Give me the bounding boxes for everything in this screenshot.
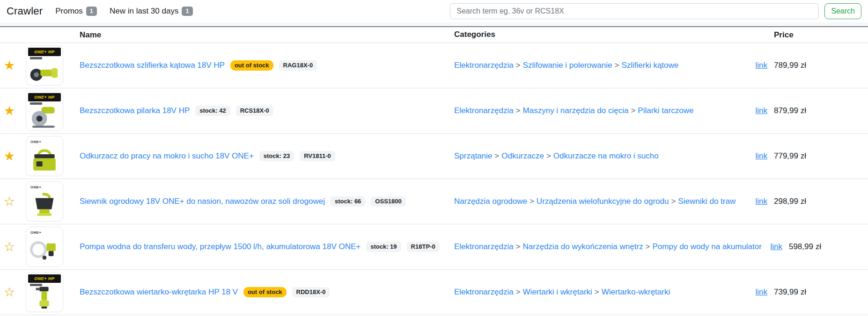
category-link[interactable]: Elektronarzędzia bbox=[454, 61, 514, 70]
category-link[interactable]: Wiertarko-wkrętarki bbox=[602, 287, 670, 296]
angle-grinder-illustration bbox=[26, 59, 63, 85]
product-image: ONE+ bbox=[26, 227, 63, 267]
external-product-link[interactable]: link bbox=[755, 197, 767, 206]
product-name-link[interactable]: Bezszczotkowa szlifierka kątowa 18V HP bbox=[80, 61, 225, 70]
product-image: ONE+ bbox=[26, 181, 63, 222]
table-top-strip bbox=[0, 22, 868, 26]
favorite-star-icon[interactable]: ☆ bbox=[4, 194, 15, 208]
breadcrumb-separator: > bbox=[612, 61, 621, 70]
product-image: ONE+ HP bbox=[26, 91, 63, 131]
sku-badge: R18TP-0 bbox=[407, 242, 440, 252]
breadcrumb-separator: > bbox=[544, 151, 553, 160]
product-name-link[interactable]: Bezszczotkowa wiertarko-wkrętarka HP 18 … bbox=[80, 287, 238, 297]
water-pump-illustration bbox=[26, 235, 63, 266]
column-header-categories: Categories bbox=[449, 28, 747, 41]
favorite-star-icon[interactable]: ☆ bbox=[4, 285, 15, 299]
sku-badge: RCS18X-0 bbox=[236, 106, 273, 116]
table-row: ☆ ONE+ HP Bezszczotkowa wiertarko-wkręta… bbox=[0, 270, 868, 315]
breadcrumb-separator: > bbox=[643, 242, 653, 251]
stock-badge: out of stock bbox=[243, 287, 287, 297]
table-row: ★ ONE+ HP Bezszczotkowa szlifierka kątow… bbox=[0, 43, 868, 88]
spreader-illustration bbox=[26, 189, 63, 221]
external-product-link[interactable]: link bbox=[755, 106, 767, 115]
table-row: ★ ONE+ Odkurzacz do pracy na mokro i suc… bbox=[0, 134, 868, 179]
product-image: ONE+ HP bbox=[26, 45, 63, 86]
breadcrumb-separator: > bbox=[492, 151, 501, 160]
nav-promos[interactable]: Promos 1 bbox=[55, 7, 97, 16]
app-title: Crawler bbox=[7, 5, 43, 17]
category-link[interactable]: Szlifowanie i polerowanie bbox=[523, 61, 612, 70]
favorite-star-icon[interactable]: ★ bbox=[4, 58, 15, 72]
favorite-star-icon[interactable]: ☆ bbox=[4, 240, 15, 254]
category-link[interactable]: Elektronarzędzia bbox=[454, 287, 514, 296]
category-link[interactable]: Maszyny i narzędzia do cięcia bbox=[523, 106, 629, 115]
category-link[interactable]: Pilarki tarczowe bbox=[638, 106, 693, 115]
category-link[interactable]: Pompy do wody na akumulator bbox=[653, 242, 762, 251]
nav-promos-label: Promos bbox=[55, 7, 83, 16]
product-price: 598,99 zł bbox=[785, 242, 868, 251]
stock-badge: out of stock bbox=[230, 60, 273, 71]
product-price: 779,99 zł bbox=[770, 151, 868, 161]
table-row: ☆ ONE+ Siewnik ogrodowy 18V ONE+ do nasi… bbox=[0, 179, 868, 224]
stock-badge: stock: 66 bbox=[331, 196, 365, 207]
category-breadcrumb: Elektronarzędzia>Szlifowanie i polerowan… bbox=[449, 59, 747, 72]
category-link[interactable]: Siewniki do traw bbox=[678, 197, 736, 206]
column-header-name: Name bbox=[70, 30, 449, 40]
nav-new-label: New in last 30 days bbox=[110, 7, 178, 16]
product-price: 298,99 zł bbox=[770, 197, 868, 206]
breadcrumb-separator: > bbox=[514, 61, 523, 70]
external-product-link[interactable]: link bbox=[755, 61, 767, 70]
category-link[interactable]: Szlifierki kątowe bbox=[621, 61, 678, 70]
drill-illustration bbox=[26, 286, 63, 312]
sku-badge: RDD18X-0 bbox=[292, 287, 330, 297]
external-product-link[interactable]: link bbox=[755, 287, 767, 296]
favorite-star-icon[interactable]: ★ bbox=[4, 104, 15, 118]
new-count-badge: 1 bbox=[182, 7, 192, 16]
brand-banner: ONE+ HP bbox=[28, 274, 61, 283]
sku-badge: RV1811-0 bbox=[300, 151, 335, 161]
brand-label: ONE+ bbox=[30, 230, 63, 235]
search-input[interactable] bbox=[450, 3, 819, 19]
category-link[interactable]: Elektronarzędzia bbox=[454, 242, 514, 251]
topbar: Crawler Promos 1 New in last 30 days 1 S… bbox=[0, 0, 868, 22]
category-link[interactable]: Urządzenia wielofunkcyjne do ogrodu bbox=[537, 197, 669, 206]
product-name-link[interactable]: Siewnik ogrodowy 18V ONE+ do nasion, naw… bbox=[80, 197, 325, 206]
product-name-link[interactable]: Bezszczotkowa pilarka 18V HP bbox=[80, 106, 190, 115]
breadcrumb-separator: > bbox=[514, 106, 523, 115]
vacuum-illustration bbox=[26, 144, 63, 176]
category-breadcrumb: Sprzątanie>Odkurzacze>Odkurzacze na mokr… bbox=[449, 150, 747, 163]
category-link[interactable]: Odkurzacze bbox=[501, 151, 544, 160]
category-link[interactable]: Wiertarki i wkrętarki bbox=[523, 287, 592, 296]
product-price: 879,99 zł bbox=[770, 106, 868, 115]
table-row: ★ ONE+ HP Bezszczotkowa pilarka 18V HP s… bbox=[0, 88, 868, 134]
product-price: 789,99 zł bbox=[770, 61, 868, 70]
brand-label: ONE+ bbox=[30, 140, 63, 144]
product-price: 739,99 zł bbox=[770, 287, 868, 297]
external-product-link[interactable]: link bbox=[770, 242, 782, 251]
nav-new-in-30-days[interactable]: New in last 30 days 1 bbox=[110, 7, 193, 16]
category-link[interactable]: Elektronarzędzia bbox=[454, 106, 514, 115]
breadcrumb-separator: > bbox=[514, 242, 523, 251]
favorite-star-icon[interactable]: ★ bbox=[4, 149, 15, 163]
category-link[interactable]: Narzędzia ogrodowe bbox=[454, 197, 527, 206]
category-link[interactable]: Narzędzia do wykończenia wnętrz bbox=[523, 242, 643, 251]
category-breadcrumb: Elektronarzędzia>Wiertarki i wkrętarki>W… bbox=[449, 286, 747, 299]
category-breadcrumb: Elektronarzędzia>Narzędzia do wykończeni… bbox=[449, 240, 762, 253]
table-header: Name Categories Price bbox=[0, 26, 868, 43]
category-link[interactable]: Sprzątanie bbox=[454, 151, 492, 160]
sku-badge: OSS1800 bbox=[371, 196, 405, 207]
column-header-price: Price bbox=[770, 30, 868, 40]
stock-badge: stock: 23 bbox=[259, 151, 294, 161]
breadcrumb-separator: > bbox=[514, 287, 523, 296]
breadcrumb-separator: > bbox=[527, 197, 537, 206]
product-name-link[interactable]: Pompa wodna do transferu wody, przepływ … bbox=[80, 242, 360, 251]
brand-banner: ONE+ HP bbox=[28, 48, 61, 56]
breadcrumb-separator: > bbox=[592, 287, 602, 296]
product-name-link[interactable]: Odkurzacz do pracy na mokro i sucho 18V … bbox=[80, 151, 254, 161]
search-button[interactable]: Search bbox=[824, 3, 861, 19]
table-row: ☆ ONE+ Pompa wodna do transferu wody, pr… bbox=[0, 224, 868, 270]
category-link[interactable]: Odkurzacze na mokro i sucho bbox=[553, 151, 659, 160]
product-image: ONE+ bbox=[26, 136, 63, 176]
stock-badge: stock: 19 bbox=[366, 242, 401, 252]
external-product-link[interactable]: link bbox=[755, 151, 767, 160]
